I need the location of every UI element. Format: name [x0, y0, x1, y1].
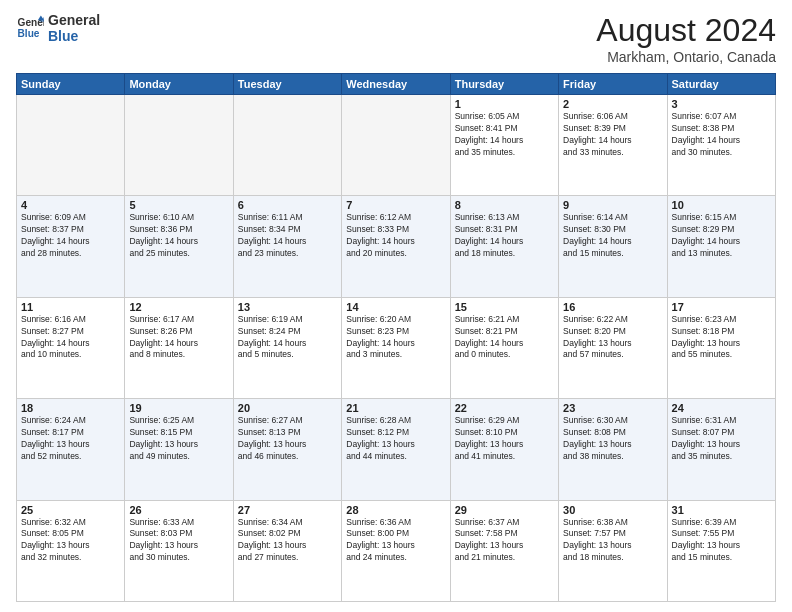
table-row: 16Sunrise: 6:22 AM Sunset: 8:20 PM Dayli…: [559, 297, 667, 398]
day-number: 8: [455, 199, 554, 211]
table-row: 28Sunrise: 6:36 AM Sunset: 8:00 PM Dayli…: [342, 500, 450, 601]
table-row: [342, 95, 450, 196]
table-row: 21Sunrise: 6:28 AM Sunset: 8:12 PM Dayli…: [342, 399, 450, 500]
sub-title: Markham, Ontario, Canada: [596, 49, 776, 65]
logo: General Blue General Blue: [16, 12, 100, 44]
table-row: 11Sunrise: 6:16 AM Sunset: 8:27 PM Dayli…: [17, 297, 125, 398]
day-info: Sunrise: 6:11 AM Sunset: 8:34 PM Dayligh…: [238, 212, 337, 260]
day-info: Sunrise: 6:06 AM Sunset: 8:39 PM Dayligh…: [563, 111, 662, 159]
day-number: 27: [238, 504, 337, 516]
table-row: 27Sunrise: 6:34 AM Sunset: 8:02 PM Dayli…: [233, 500, 341, 601]
day-number: 12: [129, 301, 228, 313]
day-number: 11: [21, 301, 120, 313]
table-row: 3Sunrise: 6:07 AM Sunset: 8:38 PM Daylig…: [667, 95, 775, 196]
calendar-header-row: Sunday Monday Tuesday Wednesday Thursday…: [17, 74, 776, 95]
calendar-week-row: 25Sunrise: 6:32 AM Sunset: 8:05 PM Dayli…: [17, 500, 776, 601]
day-info: Sunrise: 6:23 AM Sunset: 8:18 PM Dayligh…: [672, 314, 771, 362]
day-number: 31: [672, 504, 771, 516]
day-info: Sunrise: 6:24 AM Sunset: 8:17 PM Dayligh…: [21, 415, 120, 463]
table-row: 25Sunrise: 6:32 AM Sunset: 8:05 PM Dayli…: [17, 500, 125, 601]
header-saturday: Saturday: [667, 74, 775, 95]
table-row: 31Sunrise: 6:39 AM Sunset: 7:55 PM Dayli…: [667, 500, 775, 601]
day-number: 29: [455, 504, 554, 516]
day-number: 30: [563, 504, 662, 516]
day-number: 19: [129, 402, 228, 414]
header-friday: Friday: [559, 74, 667, 95]
header-wednesday: Wednesday: [342, 74, 450, 95]
day-info: Sunrise: 6:36 AM Sunset: 8:00 PM Dayligh…: [346, 517, 445, 565]
logo-line2: Blue: [48, 28, 100, 44]
day-number: 14: [346, 301, 445, 313]
header-sunday: Sunday: [17, 74, 125, 95]
day-number: 25: [21, 504, 120, 516]
day-info: Sunrise: 6:39 AM Sunset: 7:55 PM Dayligh…: [672, 517, 771, 565]
day-info: Sunrise: 6:32 AM Sunset: 8:05 PM Dayligh…: [21, 517, 120, 565]
svg-text:Blue: Blue: [18, 28, 40, 39]
day-info: Sunrise: 6:25 AM Sunset: 8:15 PM Dayligh…: [129, 415, 228, 463]
table-row: 1Sunrise: 6:05 AM Sunset: 8:41 PM Daylig…: [450, 95, 558, 196]
day-number: 10: [672, 199, 771, 211]
calendar-week-row: 11Sunrise: 6:16 AM Sunset: 8:27 PM Dayli…: [17, 297, 776, 398]
table-row: 24Sunrise: 6:31 AM Sunset: 8:07 PM Dayli…: [667, 399, 775, 500]
day-info: Sunrise: 6:27 AM Sunset: 8:13 PM Dayligh…: [238, 415, 337, 463]
day-info: Sunrise: 6:13 AM Sunset: 8:31 PM Dayligh…: [455, 212, 554, 260]
header-tuesday: Tuesday: [233, 74, 341, 95]
page: General Blue General Blue August 2024 Ma…: [0, 0, 792, 612]
day-info: Sunrise: 6:31 AM Sunset: 8:07 PM Dayligh…: [672, 415, 771, 463]
day-number: 28: [346, 504, 445, 516]
day-info: Sunrise: 6:05 AM Sunset: 8:41 PM Dayligh…: [455, 111, 554, 159]
day-number: 22: [455, 402, 554, 414]
day-info: Sunrise: 6:20 AM Sunset: 8:23 PM Dayligh…: [346, 314, 445, 362]
day-number: 15: [455, 301, 554, 313]
table-row: 10Sunrise: 6:15 AM Sunset: 8:29 PM Dayli…: [667, 196, 775, 297]
table-row: 13Sunrise: 6:19 AM Sunset: 8:24 PM Dayli…: [233, 297, 341, 398]
table-row: 6Sunrise: 6:11 AM Sunset: 8:34 PM Daylig…: [233, 196, 341, 297]
table-row: [233, 95, 341, 196]
table-row: 19Sunrise: 6:25 AM Sunset: 8:15 PM Dayli…: [125, 399, 233, 500]
day-number: 7: [346, 199, 445, 211]
day-info: Sunrise: 6:09 AM Sunset: 8:37 PM Dayligh…: [21, 212, 120, 260]
table-row: 22Sunrise: 6:29 AM Sunset: 8:10 PM Dayli…: [450, 399, 558, 500]
table-row: 20Sunrise: 6:27 AM Sunset: 8:13 PM Dayli…: [233, 399, 341, 500]
day-number: 17: [672, 301, 771, 313]
day-number: 26: [129, 504, 228, 516]
table-row: 14Sunrise: 6:20 AM Sunset: 8:23 PM Dayli…: [342, 297, 450, 398]
day-number: 23: [563, 402, 662, 414]
table-row: 18Sunrise: 6:24 AM Sunset: 8:17 PM Dayli…: [17, 399, 125, 500]
header-monday: Monday: [125, 74, 233, 95]
day-info: Sunrise: 6:15 AM Sunset: 8:29 PM Dayligh…: [672, 212, 771, 260]
header-thursday: Thursday: [450, 74, 558, 95]
day-number: 24: [672, 402, 771, 414]
table-row: 17Sunrise: 6:23 AM Sunset: 8:18 PM Dayli…: [667, 297, 775, 398]
day-number: 18: [21, 402, 120, 414]
day-info: Sunrise: 6:37 AM Sunset: 7:58 PM Dayligh…: [455, 517, 554, 565]
day-info: Sunrise: 6:21 AM Sunset: 8:21 PM Dayligh…: [455, 314, 554, 362]
table-row: 5Sunrise: 6:10 AM Sunset: 8:36 PM Daylig…: [125, 196, 233, 297]
table-row: 15Sunrise: 6:21 AM Sunset: 8:21 PM Dayli…: [450, 297, 558, 398]
calendar: Sunday Monday Tuesday Wednesday Thursday…: [16, 73, 776, 602]
day-info: Sunrise: 6:16 AM Sunset: 8:27 PM Dayligh…: [21, 314, 120, 362]
day-info: Sunrise: 6:38 AM Sunset: 7:57 PM Dayligh…: [563, 517, 662, 565]
table-row: 7Sunrise: 6:12 AM Sunset: 8:33 PM Daylig…: [342, 196, 450, 297]
table-row: 29Sunrise: 6:37 AM Sunset: 7:58 PM Dayli…: [450, 500, 558, 601]
table-row: 26Sunrise: 6:33 AM Sunset: 8:03 PM Dayli…: [125, 500, 233, 601]
calendar-week-row: 18Sunrise: 6:24 AM Sunset: 8:17 PM Dayli…: [17, 399, 776, 500]
table-row: 8Sunrise: 6:13 AM Sunset: 8:31 PM Daylig…: [450, 196, 558, 297]
day-number: 21: [346, 402, 445, 414]
day-number: 1: [455, 98, 554, 110]
day-info: Sunrise: 6:17 AM Sunset: 8:26 PM Dayligh…: [129, 314, 228, 362]
day-info: Sunrise: 6:34 AM Sunset: 8:02 PM Dayligh…: [238, 517, 337, 565]
day-number: 20: [238, 402, 337, 414]
header: General Blue General Blue August 2024 Ma…: [16, 12, 776, 65]
day-number: 16: [563, 301, 662, 313]
day-info: Sunrise: 6:33 AM Sunset: 8:03 PM Dayligh…: [129, 517, 228, 565]
logo-icon: General Blue: [16, 14, 44, 42]
day-info: Sunrise: 6:12 AM Sunset: 8:33 PM Dayligh…: [346, 212, 445, 260]
day-info: Sunrise: 6:30 AM Sunset: 8:08 PM Dayligh…: [563, 415, 662, 463]
table-row: 23Sunrise: 6:30 AM Sunset: 8:08 PM Dayli…: [559, 399, 667, 500]
day-info: Sunrise: 6:29 AM Sunset: 8:10 PM Dayligh…: [455, 415, 554, 463]
day-number: 5: [129, 199, 228, 211]
day-info: Sunrise: 6:19 AM Sunset: 8:24 PM Dayligh…: [238, 314, 337, 362]
day-number: 9: [563, 199, 662, 211]
day-number: 3: [672, 98, 771, 110]
